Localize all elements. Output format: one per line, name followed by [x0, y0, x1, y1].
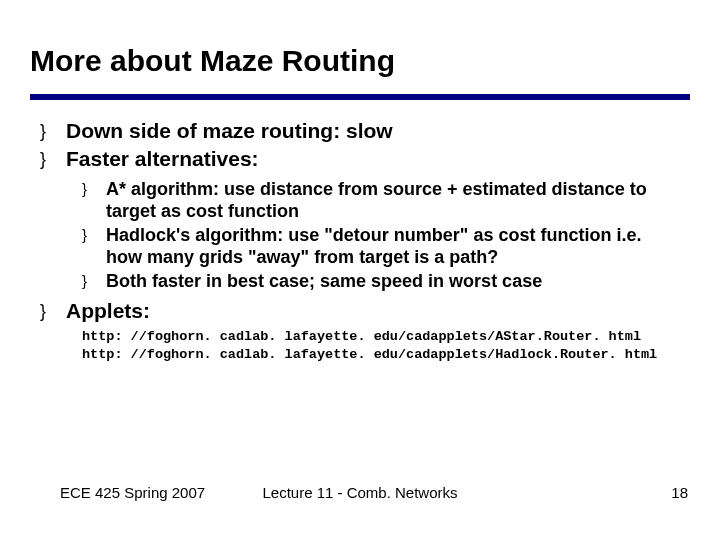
- bullet-text: Applets:: [66, 298, 150, 324]
- footer-center: Lecture 11 - Comb. Networks: [0, 484, 720, 501]
- slide-title: More about Maze Routing: [30, 44, 395, 78]
- bullet-level2: } Hadlock's algorithm: use "detour numbe…: [82, 224, 680, 268]
- bullet-level1: } Applets:: [40, 298, 680, 324]
- bullet-level1: } Down side of maze routing: slow: [40, 118, 680, 144]
- bullet-level2: } A* algorithm: use distance from source…: [82, 178, 680, 222]
- bullet-text: Both faster in best case; same speed in …: [106, 270, 542, 292]
- bullet-glyph: }: [40, 298, 66, 324]
- bullet-glyph: }: [82, 224, 106, 246]
- bullet-text: Down side of maze routing: slow: [66, 118, 393, 144]
- bullet-glyph: }: [40, 146, 66, 172]
- bullet-text: Hadlock's algorithm: use "detour number"…: [106, 224, 680, 268]
- bullet-level1: } Faster alternatives:: [40, 146, 680, 172]
- sub-bullets: } A* algorithm: use distance from source…: [82, 178, 680, 292]
- title-rule: [30, 94, 690, 100]
- footer: ECE 425 Spring 2007 Lecture 11 - Comb. N…: [0, 484, 720, 504]
- bullet-text: A* algorithm: use distance from source +…: [106, 178, 680, 222]
- bullet-glyph: }: [82, 178, 106, 200]
- slide: More about Maze Routing } Down side of m…: [0, 0, 720, 540]
- slide-body: } Down side of maze routing: slow } Fast…: [40, 118, 680, 364]
- url-block: http: //foghorn. cadlab. lafayette. edu/…: [82, 328, 680, 364]
- bullet-glyph: }: [82, 270, 106, 292]
- bullet-level2: } Both faster in best case; same speed i…: [82, 270, 680, 292]
- bullet-text: Faster alternatives:: [66, 146, 259, 172]
- url-line: http: //foghorn. cadlab. lafayette. edu/…: [82, 346, 680, 364]
- bullet-glyph: }: [40, 118, 66, 144]
- url-line: http: //foghorn. cadlab. lafayette. edu/…: [82, 328, 680, 346]
- footer-page-number: 18: [671, 484, 688, 501]
